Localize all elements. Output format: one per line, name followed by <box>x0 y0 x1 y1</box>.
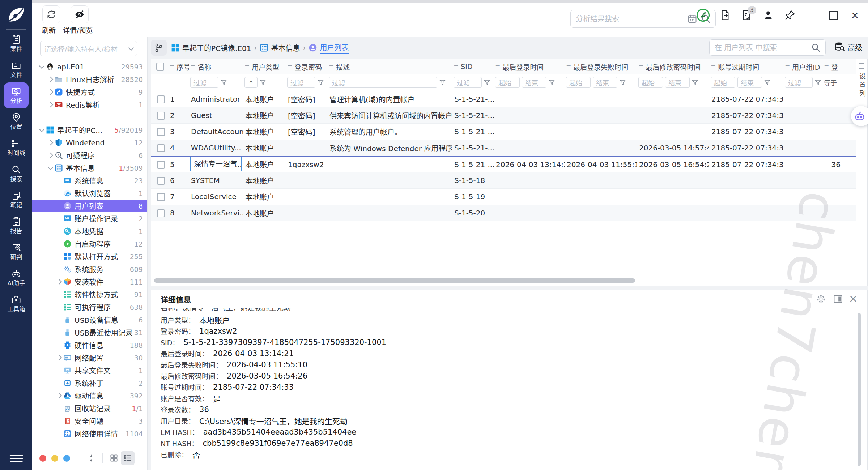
menu-hamburger-icon[interactable] <box>10 453 23 465</box>
table-cell-login_count[interactable]: 36 <box>822 160 843 169</box>
column-grip-icon[interactable]: ≡ <box>785 64 790 70</box>
table-cell-name[interactable]: 深情专一沼气... <box>189 157 243 172</box>
detail-value[interactable]: aad3b435b51404eeaad3b435b51404ee <box>203 428 357 436</box>
detail-value[interactable]: 否 <box>192 449 200 460</box>
rail-item-judge[interactable]: 研判 <box>4 239 29 265</box>
table-cell-name[interactable]: WDAGUtility... <box>189 144 243 152</box>
row-checkbox[interactable] <box>157 128 165 136</box>
table-cell-seq[interactable]: 2 <box>168 111 189 120</box>
filter-input[interactable]: 结束 <box>665 77 690 88</box>
tree-item-12[interactable]: 账户操作记录2 <box>32 212 147 225</box>
breadcrumb-item-1[interactable]: 基本信息 <box>260 43 300 53</box>
column-grip-icon[interactable]: ≡ <box>329 64 334 70</box>
table-search-input[interactable] <box>714 43 807 52</box>
filter-input[interactable]: 过滤 <box>287 77 315 88</box>
column-header-login_count[interactable]: ≡登 <box>822 62 843 72</box>
column-grip-icon[interactable]: ≡ <box>711 64 716 70</box>
row-checkbox[interactable] <box>157 112 165 120</box>
column-grip-icon[interactable]: ≡ <box>169 64 174 70</box>
table-row[interactable]: 2Guest本地账户[空密码]供来宾访问计算机或访问域的内置帐户S-1-5-21… <box>151 107 867 124</box>
holder-select[interactable]: 请选择/输入持有人/检材 <box>40 41 137 56</box>
tree-item-15[interactable]: 默认打开方式255 <box>32 250 147 263</box>
select-all-checkbox[interactable] <box>156 63 164 70</box>
table-cell-seq[interactable]: 5 <box>168 160 189 169</box>
filter-input[interactable]: 起始 <box>495 77 520 88</box>
column-grip-icon[interactable]: ≡ <box>566 64 571 70</box>
rail-item-timeline[interactable]: 时间线 <box>4 134 29 161</box>
tree-item-16[interactable]: 系统服务609 <box>32 263 147 275</box>
caret-right-icon[interactable] <box>46 153 55 157</box>
row-checkbox[interactable] <box>157 193 165 201</box>
column-header-last_login[interactable]: ≡最后登录时间 <box>494 62 565 72</box>
table-cell-type[interactable]: 本地账户 <box>243 94 286 104</box>
tree-item-13[interactable]: 本地凭据1 <box>32 225 147 238</box>
tree-item-9[interactable]: 系统信息23 <box>32 174 147 187</box>
column-header-name[interactable]: ≡名称 <box>189 62 243 72</box>
table-cell-seq[interactable]: 4 <box>168 144 189 152</box>
rail-item-notes[interactable]: 笔记 <box>4 187 29 213</box>
tree-item-7[interactable]: ?可疑程序6 <box>32 149 147 162</box>
table-row[interactable]: 4WDAGUtility...本地账户系统为 Windows Defender … <box>151 140 867 156</box>
filter-funnel-icon[interactable] <box>815 80 821 86</box>
filter-input[interactable]: 结束 <box>737 77 762 88</box>
column-grip-icon[interactable]: ≡ <box>495 64 500 70</box>
calendar-icon[interactable] <box>687 14 697 24</box>
rail-item-ai[interactable]: AI助手 <box>4 265 29 291</box>
table-cell-password[interactable]: [空密码] <box>286 94 327 104</box>
table-cell-type[interactable]: 本地账户 <box>243 110 286 121</box>
table-cell-sid[interactable]: S-1-5-18 <box>452 176 494 185</box>
ai-assistant-fab[interactable] <box>851 106 868 126</box>
filter-funnel-icon[interactable] <box>318 80 324 86</box>
filter-funnel-icon[interactable] <box>484 80 490 86</box>
filter-funnel-icon[interactable] <box>260 80 266 86</box>
table-cell-name[interactable]: DefaultAccount <box>189 127 243 136</box>
detail-value[interactable]: 本地账户 <box>199 315 230 325</box>
tree-item-23[interactable]: 网络配置30 <box>32 351 147 364</box>
table-cell-expire[interactable]: 2185-07-22 07:34:33 <box>709 127 783 136</box>
caret-down-icon[interactable] <box>37 129 46 131</box>
pin-button[interactable] <box>784 9 796 21</box>
tree-item-19[interactable]: 可执行程序638 <box>32 301 147 313</box>
user-button[interactable] <box>762 9 774 21</box>
detail-scrollbar[interactable] <box>858 313 861 466</box>
rail-item-toolbox[interactable]: 工具箱 <box>4 291 29 317</box>
tree-item-22[interactable]: 硬件信息188 <box>32 339 147 351</box>
column-header-type[interactable]: ≡用户类型 <box>243 62 286 72</box>
rail-item-search[interactable]: 搜索 <box>4 161 29 187</box>
tree-item-3[interactable]: Redis解析1 <box>32 98 147 111</box>
maximize-button[interactable] <box>827 9 839 21</box>
table-cell-sid[interactable]: S-1-5-20 <box>452 209 494 217</box>
detail-value[interactable]: 1qazxsw2 <box>199 327 237 336</box>
caret-right-icon[interactable] <box>55 356 63 360</box>
filter-input[interactable]: 起始 <box>566 77 591 88</box>
tree-item-14[interactable]: 自启动程序12 <box>32 238 147 250</box>
caret-right-icon[interactable] <box>46 77 55 81</box>
list-view-button[interactable] <box>121 451 135 465</box>
table-cell-name[interactable]: LocalService <box>189 192 243 201</box>
tree-item-17[interactable]: 安装软件111 <box>32 275 147 288</box>
table-row[interactable]: 6SYSTEM本地账户S-1-5-18 <box>151 172 867 189</box>
table-cell-desc[interactable]: 系统为 Windows Defender 应用程序防护方... <box>327 143 452 153</box>
table-row-selected[interactable]: 5深情专一沼气...本地账户1qazxsw2S-1-5-21-...2026-0… <box>151 156 867 172</box>
table-cell-expire[interactable]: 2185-07-22 07:34:33 <box>709 111 783 120</box>
refresh-button[interactable] <box>42 5 60 24</box>
column-header-group_id[interactable]: ≡用户组ID <box>783 62 822 72</box>
table-cell-sid[interactable]: S-1-5-21-... <box>452 111 494 120</box>
table-cell-name[interactable]: SYSTEM <box>189 176 243 185</box>
app-logo-icon[interactable] <box>6 5 27 26</box>
tree-item-24[interactable]: 共享文件夹1 <box>32 364 147 377</box>
search-icon[interactable] <box>811 43 821 53</box>
table-cell-name[interactable]: NetworkServi... <box>189 209 243 217</box>
caret-down-icon[interactable] <box>46 167 55 169</box>
table-cell-last_login[interactable]: 2026-04-03 13:14:21 <box>494 160 565 169</box>
table-cell-expire[interactable]: 2185-07-22 07:34:33 <box>709 95 783 103</box>
detail-value[interactable]: 2026-04-03 13:14:21 <box>213 349 294 358</box>
filter-input[interactable]: 过滤 <box>190 77 218 88</box>
rail-item-case[interactable]: 案件 <box>4 30 29 56</box>
detail-close-icon[interactable]: × <box>848 294 858 304</box>
detail-value[interactable]: 36 <box>199 405 209 414</box>
report-button[interactable]: 3 <box>740 9 753 21</box>
focused-cell[interactable]: 深情专一沼气... <box>191 157 241 171</box>
tree-item-0[interactable]: api.E0129593 <box>32 60 147 73</box>
rail-item-location[interactable]: 位置 <box>4 108 29 134</box>
